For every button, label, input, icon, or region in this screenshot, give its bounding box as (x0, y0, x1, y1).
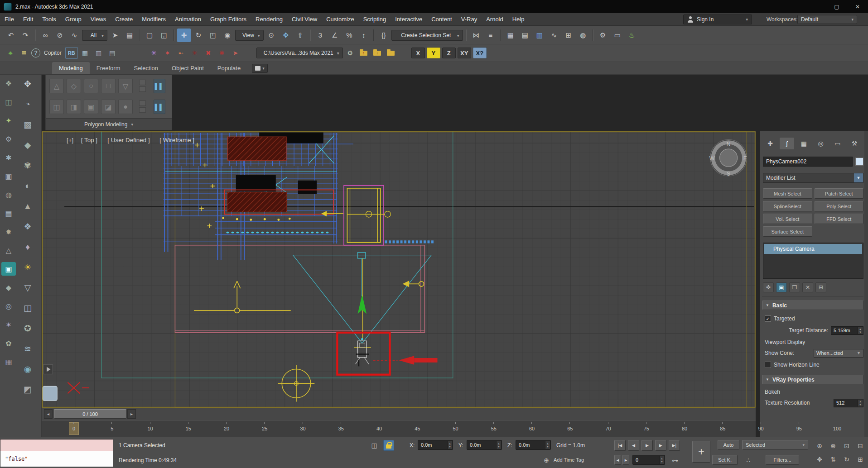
previous-key-button[interactable]: ◂ (614, 455, 621, 465)
menu-item[interactable]: Arnold (482, 13, 508, 26)
menu-item[interactable]: Rendering (251, 13, 287, 26)
weld-tool-icon[interactable]: ● (118, 100, 133, 114)
select-object-icon[interactable]: ➤ (108, 29, 122, 42)
cap-tool-icon[interactable]: ▽ (118, 79, 133, 93)
menu-item[interactable]: Customize (322, 13, 358, 26)
corner-shade-icon[interactable]: ◩ (19, 382, 36, 397)
reference-coordinate-dropdown[interactable]: View (235, 30, 264, 41)
rectangular-selection-icon[interactable]: ▢ (143, 29, 156, 42)
axis-y-button[interactable]: Y (427, 48, 440, 58)
blossom-tool-icon[interactable]: ✾ (19, 158, 36, 173)
target-tool-icon[interactable]: ◉ (19, 362, 36, 377)
create-tab-icon[interactable]: ✚ (763, 138, 777, 149)
viewport-layout-tab[interactable] (43, 386, 57, 401)
maximize-button[interactable]: ▢ (826, 0, 847, 13)
filters-button[interactable]: Filters... (766, 455, 799, 465)
light-tool-icon[interactable]: ✦ (1, 114, 16, 127)
script-arrow-icon[interactable]: ➸ (175, 47, 188, 59)
half-sphere-icon[interactable]: ◐ (19, 178, 36, 193)
toolbar-separator[interactable] (35, 29, 36, 41)
panel-toggle-icon[interactable]: ▌▌ (154, 100, 165, 114)
timeline-tick[interactable]: 65 (564, 421, 576, 437)
plant-icon[interactable]: ♣ (4, 47, 17, 59)
timeline-tick[interactable]: 20 (220, 421, 233, 437)
show-end-result-icon[interactable]: ▣ (776, 282, 787, 292)
menu-item[interactable]: V-Ray (457, 13, 482, 26)
spinner-icon[interactable] (496, 441, 501, 449)
sign-in-button[interactable]: Sign In ▾ (683, 14, 752, 24)
script-star-red-icon[interactable]: ✶ (161, 47, 174, 59)
funnel-tool-icon[interactable]: ▽ (19, 280, 36, 295)
keyboard-shortcut-override-icon[interactable]: ⇧ (294, 29, 307, 42)
timeline-tick[interactable]: 5 (106, 421, 118, 437)
workspaces-dropdown[interactable]: Default ▾ (797, 15, 857, 24)
gem-tool-icon[interactable]: ♦ (19, 239, 36, 254)
timeline-tick[interactable]: 55 (487, 421, 500, 437)
script-pointer-icon[interactable]: ➤ (229, 47, 242, 59)
mini-expand-button[interactable] (139, 100, 146, 106)
box-primitive-icon[interactable]: ▣ (1, 169, 16, 183)
spinner-icon[interactable] (858, 400, 863, 406)
quarter-circle-icon[interactable]: ◔ (19, 97, 36, 112)
group-objects-icon[interactable]: ◫ (1, 95, 16, 109)
project-path-dropdown[interactable]: C:\Users\Ara...3ds Max 2021 (256, 48, 343, 58)
axis-x2-button[interactable]: X? (473, 48, 487, 58)
track-bar[interactable]: 0510152025303540455055606570758085909510… (42, 420, 756, 437)
folder-up-icon[interactable]: ↑ (357, 47, 370, 59)
waves-tool-icon[interactable]: ≋ (19, 341, 36, 356)
use-pivot-center-icon[interactable]: ⊙ (265, 29, 278, 42)
timeline-tick[interactable]: 70 (602, 421, 615, 437)
toolbar-separator[interactable] (174, 29, 174, 41)
sun-light-icon[interactable]: ☀ (19, 260, 36, 275)
toolbar-separator[interactable] (593, 29, 593, 41)
mirror-icon[interactable]: ⋈ (469, 29, 483, 42)
timeline-tick[interactable]: 60 (526, 421, 538, 437)
flower-tool-icon[interactable]: ✿ (1, 336, 16, 350)
pentagon-tool-icon[interactable]: ◆ (1, 281, 16, 294)
spinner-icon[interactable] (659, 456, 664, 464)
select-modifier-button[interactable]: Poly Select (815, 201, 864, 211)
grid-table-icon[interactable]: ▥ (92, 47, 105, 59)
menu-item[interactable]: Edit (19, 13, 38, 26)
previous-frame-button[interactable]: ◀ (628, 440, 639, 451)
help-icon[interactable]: ? (31, 48, 40, 57)
menu-item[interactable]: Animation (170, 13, 206, 26)
material-editor-icon[interactable]: ◍ (576, 29, 590, 42)
edit-named-selection-sets-icon[interactable]: {} (377, 29, 391, 42)
show-cone-dropdown[interactable]: When...cted ▼ (814, 349, 863, 358)
menu-item[interactable]: Views (86, 13, 111, 26)
viewport[interactable]: N S E W [+] [ Top ] [ User Defined ] [ W… (42, 131, 756, 408)
ribbon-tab[interactable]: Object Paint (165, 62, 211, 74)
zoom-icon[interactable]: ⊕ (814, 440, 825, 452)
spinner-icon[interactable] (545, 441, 550, 449)
select-and-move-icon[interactable]: ✛ (177, 29, 191, 42)
compass-south-label[interactable]: S (727, 171, 730, 177)
axis-xy-button[interactable]: XY (458, 48, 471, 58)
panel-scrollbar[interactable] (864, 131, 868, 437)
pin-stack-icon[interactable]: ✜ (763, 282, 774, 292)
timeline-tick[interactable]: 90 (755, 421, 767, 437)
key-mode-icon[interactable]: ⊶ (670, 455, 680, 466)
next-key-button[interactable]: ▸ (622, 455, 629, 465)
spinner-snap-icon[interactable]: ↕ (357, 29, 371, 42)
listener-pane[interactable]: "false" (0, 451, 113, 467)
select-and-manipulate-icon[interactable]: ✥ (279, 29, 293, 42)
window-crossing-icon[interactable]: ◱ (157, 29, 171, 42)
star-tool-icon[interactable]: ✶ (1, 318, 16, 331)
bind-to-space-warp-icon[interactable]: ∿ (68, 29, 81, 42)
script-star-purple-icon[interactable]: ✳ (148, 47, 160, 59)
rendered-frame-window-icon[interactable]: ▭ (611, 29, 624, 42)
toolbar-separator[interactable] (500, 29, 501, 41)
align-icon[interactable]: ≡ (484, 29, 497, 42)
toolbar-separator[interactable] (139, 29, 140, 41)
viewport-menu-plus[interactable]: [+] (67, 137, 73, 143)
timeline-tick[interactable]: 100 (831, 421, 844, 437)
viewport-shading-label[interactable]: [ Wireframe ] (159, 137, 194, 143)
zoom-region-icon[interactable]: ⊟ (854, 440, 866, 452)
toolbar-gap[interactable] (398, 47, 410, 59)
menu-item[interactable]: Tools (38, 13, 60, 26)
add-time-tag[interactable]: Add Time Tag (554, 457, 584, 463)
timeline-tick[interactable]: 30 (297, 421, 309, 437)
utilities-tab-icon[interactable]: ⚒ (847, 138, 862, 149)
plane-primitive-icon[interactable]: ▤ (1, 206, 16, 220)
